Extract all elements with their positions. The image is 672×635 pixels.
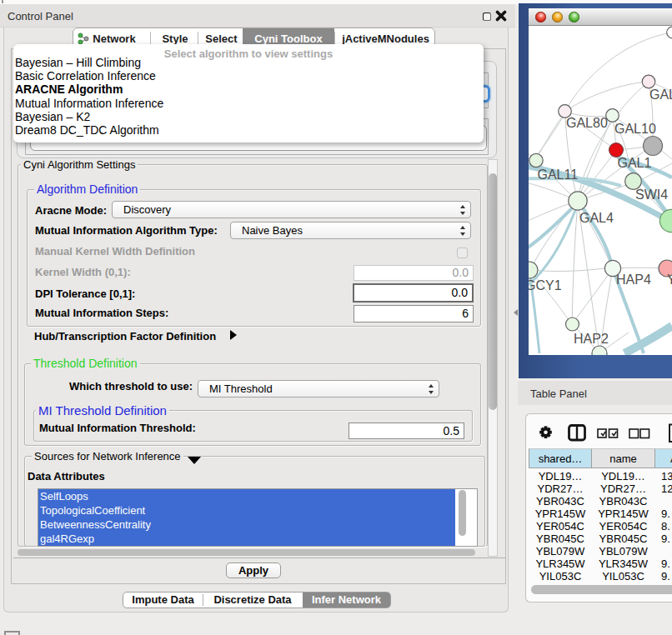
svg-text:GAL4: GAL4: [579, 211, 614, 225]
svg-text:HAP4: HAP4: [616, 272, 651, 287]
svg-text:GAL80: GAL80: [566, 116, 608, 130]
svg-text:GAL1: GAL1: [618, 156, 652, 170]
svg-text:GCY1: GCY1: [529, 278, 562, 292]
svg-text:GAL10: GAL10: [614, 122, 656, 136]
svg-text:GAL11: GAL11: [538, 168, 579, 182]
svg-text:SWI4: SWI4: [635, 188, 668, 202]
svg-text:GAL2: GAL2: [649, 88, 672, 102]
svg-text:Y: Y: [667, 272, 672, 287]
svg-text:HAP2: HAP2: [574, 332, 609, 346]
